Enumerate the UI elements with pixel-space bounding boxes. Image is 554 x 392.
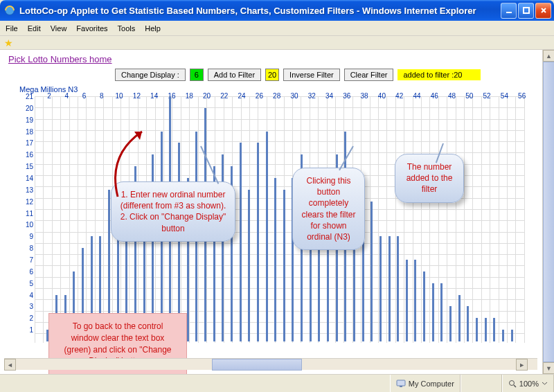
- chart-bar: [397, 236, 399, 341]
- y-tick-label: 9: [29, 233, 33, 240]
- scroll-right-button[interactable]: ►: [516, 359, 528, 371]
- menubar: File Edit View Favorites Tools Help: [0, 21, 554, 36]
- favorites-bar: ★: [0, 36, 554, 50]
- y-tick-label: 14: [26, 175, 33, 182]
- zoom-icon: [508, 380, 517, 388]
- chart-bar: [266, 132, 268, 341]
- horizontal-scroll-thumb[interactable]: [212, 359, 302, 371]
- y-tick-label: 11: [26, 209, 33, 217]
- y-tick-label: 12: [26, 197, 33, 205]
- menu-help[interactable]: Help: [145, 24, 161, 33]
- chart-bar: [283, 190, 285, 341]
- ie-icon: [4, 5, 15, 16]
- svg-rect-2: [524, 8, 529, 13]
- chart-bar: [406, 260, 408, 341]
- chart-bar: [388, 236, 391, 341]
- scroll-up-button[interactable]: ▲: [543, 50, 554, 62]
- chart-bar: [467, 306, 469, 341]
- svg-point-6: [509, 380, 514, 385]
- chart-bar: [440, 283, 443, 341]
- svg-rect-5: [400, 386, 402, 387]
- scroll-down-button[interactable]: ▼: [543, 362, 554, 374]
- chart-bar: [370, 202, 373, 341]
- chart-bar: [414, 260, 416, 341]
- favorites-star-icon[interactable]: ★: [4, 37, 13, 48]
- chart-bar: [257, 143, 259, 341]
- y-tick-label: 20: [26, 104, 33, 112]
- chart-area: 123456789101112131415161718192021 246810…: [12, 93, 529, 343]
- chart-bar: [502, 330, 504, 341]
- chart-bar: [458, 295, 461, 341]
- chart-bar: [248, 190, 250, 341]
- window-close-button[interactable]: [535, 3, 551, 19]
- chart-bars: [35, 98, 525, 343]
- callout-clear-filter: Clicking this button completely clears t…: [292, 168, 365, 250]
- chart-bar: [178, 143, 180, 341]
- browser-viewport: Pick Lotto Numbers home Change Display :…: [0, 50, 554, 374]
- window-minimize-button[interactable]: [501, 3, 517, 19]
- chart-bar: [511, 330, 513, 341]
- chart-y-axis: 123456789101112131415161718192021: [19, 93, 33, 343]
- y-tick-label: 7: [29, 256, 33, 264]
- window-title: LottoCo-op Applet to Get Statistic Based…: [19, 6, 501, 16]
- add-to-filter-button[interactable]: Add to Filter: [208, 69, 261, 81]
- y-tick-label: 10: [26, 221, 33, 229]
- my-computer-icon: [396, 379, 406, 389]
- menu-tools[interactable]: Tools: [118, 24, 136, 33]
- chart-bar: [240, 143, 242, 341]
- chart-bar: [449, 306, 452, 341]
- status-zone: My Computer: [390, 375, 461, 392]
- zoom-control[interactable]: 100%: [502, 375, 554, 392]
- menu-edit[interactable]: Edit: [28, 24, 41, 33]
- svg-rect-1: [506, 12, 512, 13]
- y-tick-label: 8: [29, 244, 33, 252]
- y-tick-label: 3: [29, 303, 33, 310]
- window-titlebar: LottoCo-op Applet to Get Statistic Based…: [0, 0, 554, 21]
- y-tick-label: 15: [26, 163, 33, 170]
- y-tick-label: 19: [26, 116, 33, 123]
- menu-file[interactable]: File: [6, 24, 18, 33]
- y-tick-label: 17: [26, 139, 33, 147]
- chart-bar: [423, 271, 425, 341]
- y-tick-label: 16: [26, 151, 33, 159]
- y-tick-label: 21: [26, 93, 33, 100]
- menu-favorites[interactable]: Favorites: [76, 24, 107, 33]
- chart-bar: [432, 283, 434, 341]
- y-tick-label: 6: [29, 267, 33, 275]
- window-maximize-button[interactable]: [518, 3, 534, 19]
- clear-filter-button[interactable]: Clear Filter: [344, 69, 394, 81]
- y-tick-label: 5: [29, 279, 33, 287]
- chart-bar: [485, 318, 487, 341]
- svg-rect-4: [397, 380, 405, 386]
- y-tick-label: 2: [29, 314, 33, 322]
- chevron-down-icon[interactable]: [542, 380, 548, 386]
- callout-added-number: The number added to the filter: [395, 154, 464, 203]
- chart-bar: [493, 318, 495, 341]
- svg-line-7: [514, 385, 516, 387]
- horizontal-scrollbar[interactable]: ◄ ►: [4, 358, 537, 370]
- status-bar: My Computer 100%: [0, 374, 554, 392]
- chart-bar: [379, 236, 382, 341]
- y-tick-label: 13: [26, 186, 33, 193]
- chart-bar: [274, 178, 276, 341]
- chart-bar: [476, 318, 478, 341]
- change-display-button[interactable]: Change Display :: [115, 69, 186, 81]
- y-tick-label: 18: [26, 127, 33, 135]
- scroll-left-button[interactable]: ◄: [4, 359, 16, 371]
- status-security: [461, 375, 502, 392]
- vertical-scroll-thumb[interactable]: [543, 62, 554, 362]
- callout-enter-ordinal: 1. Enter new ordinal number (different f…: [111, 181, 235, 242]
- menu-view[interactable]: View: [51, 24, 67, 33]
- vertical-scrollbar[interactable]: ▲ ▼: [542, 50, 554, 374]
- y-tick-label: 4: [29, 291, 33, 299]
- filter-value-box[interactable]: 20: [265, 69, 279, 81]
- y-tick-label: 1: [29, 326, 33, 334]
- inverse-filter-button[interactable]: Inverse Filter: [283, 69, 340, 81]
- filter-status-message: added to filter :20: [397, 69, 481, 80]
- ordinal-input[interactable]: 6: [190, 69, 204, 81]
- applet-toolbar: Change Display : 6 Add to Filter 20 Inve…: [115, 69, 537, 81]
- home-link[interactable]: Pick Lotto Numbers home: [8, 54, 112, 64]
